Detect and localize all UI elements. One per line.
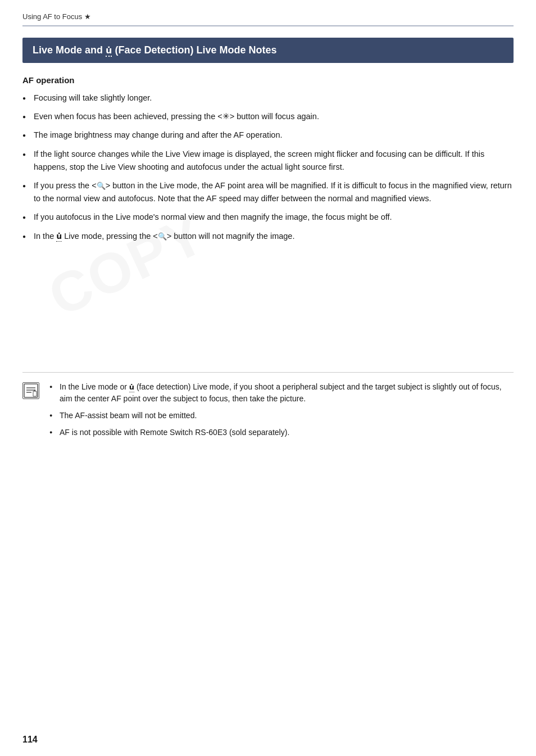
list-item: ● In the u̇ Live mode, pressing the <🔍> … — [22, 230, 514, 243]
bullet-text: In the Live mode or u̇ (face detection) … — [60, 381, 514, 405]
note-bullet-list: ● In the Live mode or u̇ (face detection… — [49, 381, 514, 439]
bullet-text: The image brightness may change during a… — [34, 129, 514, 142]
bullet-text: The AF-assist beam will not be emitted. — [60, 410, 514, 422]
main-content: COPY AF operation ● Focusing will take s… — [22, 75, 514, 443]
face-detection-icon: u̇ — [106, 44, 115, 56]
note-list-item: ● The AF-assist beam will not be emitted… — [49, 410, 514, 422]
bullet-text: Even when focus has been achieved, press… — [34, 110, 514, 123]
list-item: ● Even when focus has been achieved, pre… — [22, 110, 514, 123]
bullet-text: AF is not possible with Remote Switch RS… — [60, 427, 514, 439]
bullet-dot: ● — [22, 232, 34, 241]
note-content: ● In the Live mode or u̇ (face detection… — [49, 381, 514, 443]
note-box: ● In the Live mode or u̇ (face detection… — [22, 372, 514, 443]
af-operation-heading: AF operation — [22, 75, 514, 85]
note-list-item: ● AF is not possible with Remote Switch … — [49, 427, 514, 439]
bullet-dot: ● — [22, 150, 34, 159]
page-number: 114 — [22, 735, 38, 745]
af-operation-section: AF operation ● Focusing will take slight… — [22, 75, 514, 243]
bullet-dot: ● — [22, 112, 34, 121]
bullet-text: Focusing will take slightly longer. — [34, 92, 514, 105]
note-list-item: ● In the Live mode or u̇ (face detection… — [49, 381, 514, 405]
section-title-part1: Live Mode and — [33, 44, 103, 56]
section-title-part2: (Face Detection) Live Mode Notes — [115, 44, 276, 56]
bullet-text: If you autofocus in the Live mode's norm… — [34, 211, 514, 224]
list-item: ● If the light source changes while the … — [22, 148, 514, 174]
bullet-dot: ● — [22, 131, 34, 139]
bullet-text: If you press the <🔍> button in the Live … — [34, 179, 514, 205]
note-icon-container — [22, 382, 43, 399]
bullet-dot: ● — [22, 94, 34, 102]
bullet-dot: ● — [49, 412, 60, 420]
bullet-dot: ● — [22, 182, 34, 190]
bullet-text: In the u̇ Live mode, pressing the <🔍> bu… — [34, 230, 514, 243]
bullet-text: If the light source changes while the Li… — [34, 148, 514, 174]
breadcrumb-text: Using AF to Focus ★ — [22, 12, 91, 21]
note-icon — [22, 382, 39, 399]
bullet-dot: ● — [49, 429, 60, 437]
list-item: ● Focusing will take slightly longer. — [22, 92, 514, 105]
breadcrumb-star: ★ — [84, 12, 91, 21]
svg-marker-4 — [33, 391, 37, 396]
bullet-dot: ● — [49, 383, 60, 391]
section-header: Live Mode and u̇ (Face Detection) Live M… — [22, 38, 514, 63]
bullet-dot: ● — [22, 213, 34, 221]
list-item: ● If you press the <🔍> button in the Liv… — [22, 179, 514, 205]
af-operation-list: ● Focusing will take slightly longer. ● … — [22, 92, 514, 243]
list-item: ● The image brightness may change during… — [22, 129, 514, 142]
list-item: ● If you autofocus in the Live mode's no… — [22, 211, 514, 224]
breadcrumb: Using AF to Focus ★ — [22, 11, 514, 26]
